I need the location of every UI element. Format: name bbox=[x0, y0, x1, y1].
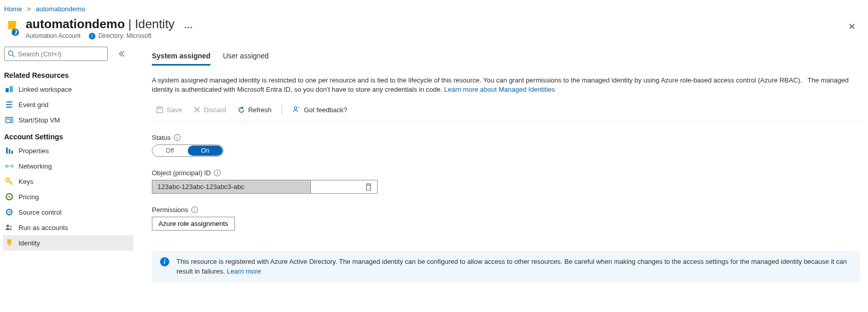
chevron-right-icon: > bbox=[24, 5, 34, 13]
object-id-label: Object (principal) ID i bbox=[152, 169, 864, 177]
breadcrumb: Home > automationdemo bbox=[0, 0, 868, 15]
svg-rect-3 bbox=[6, 88, 9, 92]
info-icon[interactable]: i bbox=[214, 170, 221, 176]
automation-account-icon bbox=[4, 20, 21, 36]
sidebar-item-identity[interactable]: Identity bbox=[3, 235, 133, 251]
svg-point-19 bbox=[7, 225, 9, 227]
sidebar-item-event-grid[interactable]: Event grid bbox=[3, 97, 133, 112]
svg-point-16 bbox=[8, 196, 11, 198]
tab-system-assigned[interactable]: System assigned bbox=[152, 49, 210, 66]
sidebar-item-keys[interactable]: Keys bbox=[3, 174, 133, 189]
workspace-icon bbox=[5, 85, 13, 93]
sidebar-group-account-settings: Account Settings bbox=[3, 128, 133, 143]
feedback-button[interactable]: Got feedback? bbox=[288, 103, 351, 116]
pricing-icon bbox=[5, 193, 13, 201]
svg-rect-9 bbox=[10, 118, 12, 121]
sidebar: Related Resources Linked workspace Event… bbox=[0, 44, 133, 311]
more-button[interactable]: … bbox=[174, 20, 193, 31]
identity-icon bbox=[5, 239, 13, 247]
learn-more-link[interactable]: Learn more bbox=[227, 267, 261, 275]
sidebar-item-pricing[interactable]: Pricing bbox=[3, 189, 133, 204]
svg-rect-11 bbox=[9, 149, 10, 154]
svg-rect-12 bbox=[11, 151, 13, 154]
directory-label: Directory: Microsoft bbox=[98, 32, 151, 39]
save-button[interactable]: Save bbox=[152, 104, 186, 116]
feedback-icon bbox=[292, 106, 301, 114]
refresh-icon bbox=[238, 106, 245, 114]
sidebar-item-networking[interactable]: <··> Networking bbox=[3, 158, 133, 174]
copy-icon bbox=[365, 183, 372, 191]
azure-role-assignments-button[interactable]: Azure role assignments bbox=[152, 217, 235, 231]
sidebar-item-start-stop-vm[interactable]: Start/Stop VM bbox=[3, 112, 133, 128]
object-id-value: 123abc-123abc-123abc3-abc bbox=[152, 180, 311, 194]
networking-icon: <··> bbox=[5, 162, 13, 170]
svg-point-18 bbox=[9, 212, 10, 213]
key-icon bbox=[5, 177, 13, 185]
toolbar-separator bbox=[282, 105, 282, 115]
close-button[interactable]: ✕ bbox=[843, 18, 861, 35]
sidebar-item-source-control[interactable]: Source control bbox=[3, 204, 133, 220]
info-icon[interactable]: i bbox=[174, 134, 181, 141]
svg-rect-8 bbox=[7, 118, 9, 120]
resource-type-label: Automation Account bbox=[26, 32, 81, 39]
main-content: System assigned User assigned A system a… bbox=[133, 44, 868, 311]
discard-icon bbox=[193, 106, 201, 113]
toggle-on[interactable]: On bbox=[188, 145, 223, 156]
accounts-icon bbox=[5, 223, 13, 232]
sidebar-item-run-as-accounts[interactable]: Run as accounts bbox=[3, 220, 133, 235]
tabs: System assigned User assigned bbox=[152, 49, 864, 66]
info-icon[interactable]: i bbox=[191, 206, 198, 213]
status-toggle[interactable]: Off On bbox=[152, 144, 224, 157]
breadcrumb-home[interactable]: Home bbox=[4, 5, 22, 13]
save-icon bbox=[156, 106, 164, 114]
page-header: automationdemo | Identity … Automation A… bbox=[0, 15, 868, 44]
sidebar-group-related: Related Resources bbox=[3, 66, 133, 81]
svg-point-5 bbox=[7, 101, 8, 103]
svg-rect-10 bbox=[6, 148, 8, 154]
discard-button[interactable]: Discard bbox=[189, 104, 230, 116]
description-text: A system assigned managed identity is re… bbox=[152, 76, 860, 94]
svg-point-20 bbox=[10, 225, 12, 227]
copy-button[interactable] bbox=[311, 180, 378, 194]
status-label: Status i bbox=[152, 134, 864, 141]
search-input[interactable] bbox=[4, 47, 108, 61]
toolbar: Save Discard Refresh Got feedback? bbox=[152, 103, 864, 121]
learn-more-link[interactable]: Learn more about Managed Identities bbox=[444, 86, 555, 93]
info-banner: i This resource is registered with Azure… bbox=[152, 251, 860, 282]
svg-text:<··>: <··> bbox=[5, 163, 13, 169]
info-icon: i bbox=[89, 33, 95, 39]
svg-point-6 bbox=[11, 104, 12, 106]
tab-user-assigned[interactable]: User assigned bbox=[223, 49, 269, 66]
breadcrumb-resource[interactable]: automationdemo bbox=[36, 5, 86, 13]
sidebar-item-properties[interactable]: Properties bbox=[3, 143, 133, 158]
page-title: automationdemo | Identity … bbox=[26, 17, 193, 31]
toggle-off[interactable]: Off bbox=[152, 145, 187, 156]
svg-point-22 bbox=[294, 107, 297, 110]
vm-icon bbox=[5, 116, 13, 124]
svg-rect-4 bbox=[10, 86, 13, 92]
svg-rect-23 bbox=[367, 185, 371, 190]
permissions-label: Permissions i bbox=[152, 206, 864, 214]
properties-icon bbox=[5, 147, 13, 155]
gear-icon bbox=[5, 208, 13, 216]
info-icon: i bbox=[160, 257, 169, 266]
collapse-sidebar-button[interactable] bbox=[118, 50, 125, 57]
event-grid-icon bbox=[5, 100, 13, 109]
refresh-button[interactable]: Refresh bbox=[233, 104, 276, 116]
sidebar-item-linked-workspace[interactable]: Linked workspace bbox=[3, 81, 133, 97]
